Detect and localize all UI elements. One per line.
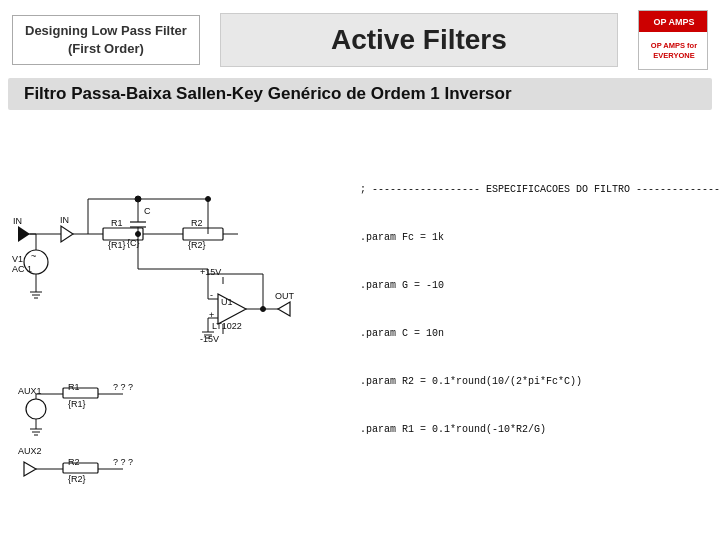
qqq2-label: ? ? ? xyxy=(113,457,133,467)
r1-label: R1 xyxy=(111,218,123,228)
circuit-area: text { font-family: Arial, sans-serif; f… xyxy=(8,114,348,534)
r2-label: R2 xyxy=(191,218,203,228)
header: Designing Low Pass Filter (First Order) … xyxy=(0,0,720,78)
v1-label: V1 xyxy=(12,254,23,264)
minus15v-label: -15V xyxy=(200,334,219,344)
subtitle: Filtro Passa-Baixa Sallen-Key Genérico d… xyxy=(8,78,712,110)
out-arrow-icon xyxy=(278,302,290,316)
feedback-dot xyxy=(261,307,266,312)
title-line1: Designing Low Pass Filter xyxy=(25,23,187,38)
aux2-arrow-icon xyxy=(24,462,36,476)
logo-top: OP AMPS xyxy=(639,11,708,32)
junction-dot-mid xyxy=(136,232,141,237)
r1b-label: R1 xyxy=(68,382,80,392)
plus-sign: + xyxy=(209,310,214,320)
code-param-r2: .param R2 = 0.1*round(10/(2*pi*Fc*C)) xyxy=(360,374,720,390)
aux1-source xyxy=(26,399,46,419)
r1b-value-label: {R1} xyxy=(68,399,86,409)
r2b-label: R2 xyxy=(68,457,80,467)
code-section-2: ; ------------------ SIMULACOES UTILIZAD… xyxy=(360,530,720,540)
u1-label: U1 xyxy=(221,297,233,307)
code-param-c: .param C = 10n xyxy=(360,326,720,342)
aux2-label: AUX2 xyxy=(18,446,42,456)
logo: OP AMPS OP AMPS for EVERYONE xyxy=(638,10,708,70)
in-buffer-label: IN xyxy=(60,215,69,225)
c-label: C xyxy=(144,206,151,216)
code-param-fc: .param Fc = 1k xyxy=(360,230,720,246)
r2-value-label: {R2} xyxy=(188,240,206,250)
title-box: Designing Low Pass Filter (First Order) xyxy=(12,15,200,65)
code-comment-1: ; ------------------ ESPECIFICACOES DO F… xyxy=(360,182,720,198)
r1-value-label: {R1} xyxy=(108,240,126,250)
page: Designing Low Pass Filter (First Order) … xyxy=(0,0,720,540)
circuit-diagram: text { font-family: Arial, sans-serif; f… xyxy=(8,114,348,534)
ac1-label: AC 1 xyxy=(12,264,32,274)
lt1022-label: LT1022 xyxy=(212,321,242,331)
qqq1-label: ? ? ? xyxy=(113,382,133,392)
in-buffer-icon xyxy=(61,226,73,242)
svg-rect-21 xyxy=(183,228,223,240)
in-label: IN xyxy=(13,216,22,226)
out-label: OUT xyxy=(275,291,295,301)
r2b-value-label: {R2} xyxy=(68,474,86,484)
logo-bottom: OP AMPS for EVERYONE xyxy=(639,32,708,69)
code-area: ; ------------------ ESPECIFICACOES DO F… xyxy=(356,114,720,534)
code-section-1: ; ------------------ ESPECIFICACOES DO F… xyxy=(360,150,720,470)
active-filters-heading: Active Filters xyxy=(220,13,618,67)
minus-sign: - xyxy=(210,290,213,300)
code-param-r1: .param R1 = 0.1*round(-10*R2/G) xyxy=(360,422,720,438)
junction-dot-top xyxy=(135,196,141,202)
main-content: text { font-family: Arial, sans-serif; f… xyxy=(8,114,712,534)
title-line2: (First Order) xyxy=(68,41,144,56)
junction-dot-right xyxy=(206,197,211,202)
plus15v-label: +15V xyxy=(200,267,221,277)
code-param-g: .param G = -10 xyxy=(360,278,720,294)
v1-ac-label: ~ xyxy=(31,251,36,261)
